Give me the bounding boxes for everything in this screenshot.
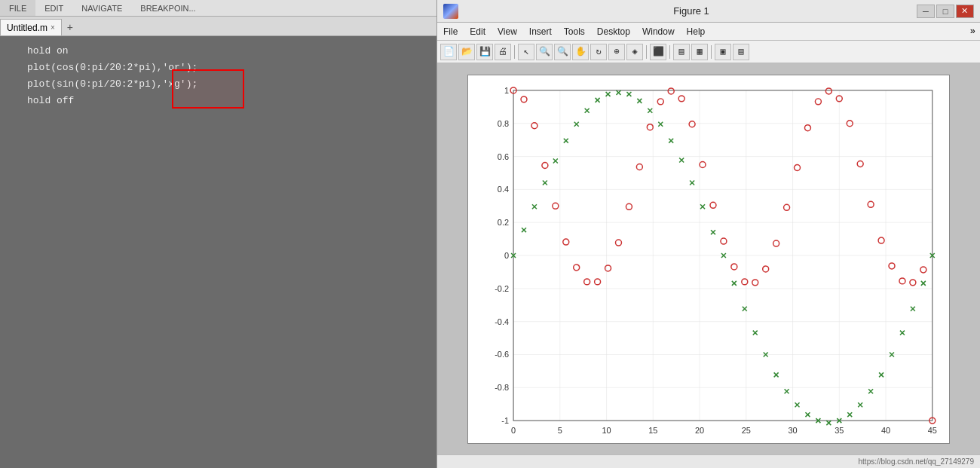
editor-panel: FILE EDIT NAVIGATE BREAKPOIN... Untitled…	[0, 0, 437, 468]
code-line-3: plot(sin(0:pi/20:2*pi),'xg');	[0, 75, 436, 92]
svg-text:10: 10	[602, 426, 611, 435]
separator-3	[669, 45, 670, 59]
matlab-icon	[443, 4, 458, 19]
menu-tools[interactable]: Tools	[558, 23, 591, 40]
plot-container: -1 -0.8 -0.6 -0.4 -0.2 0 0.2 0.4 0.6 0.8…	[437, 63, 980, 454]
tab-close-icon[interactable]: ×	[51, 23, 55, 32]
code-text-1: hold on	[27, 45, 69, 57]
menu-arrow: »	[970, 26, 980, 37]
svg-text:-1: -1	[501, 416, 509, 425]
data-cursor-button[interactable]: ⊕	[608, 44, 625, 60]
svg-text:0: 0	[504, 251, 509, 260]
code-text-4: hold off	[27, 95, 74, 106]
zoom-out-button[interactable]: 🔍	[554, 44, 571, 60]
svg-text:1: 1	[504, 85, 509, 94]
svg-text:40: 40	[881, 426, 890, 435]
toggle-legend-button[interactable]: ▤	[673, 44, 690, 60]
toggle-colorbar-button[interactable]: ▦	[691, 44, 708, 60]
code-line-4: hold off	[0, 92, 436, 109]
svg-text:0.2: 0.2	[498, 218, 509, 227]
svg-text:-0.6: -0.6	[495, 350, 509, 359]
menu-view[interactable]: View	[492, 23, 523, 40]
code-line-1: hold on	[0, 42, 436, 59]
menu-file[interactable]: File	[437, 23, 464, 40]
maximize-button[interactable]: □	[936, 5, 954, 18]
toolbar-navigate[interactable]: NAVIGATE	[72, 0, 131, 16]
rotate-button[interactable]: ↻	[590, 44, 607, 60]
svg-text:15: 15	[648, 426, 657, 435]
figure-status: https://blog.csdn.net/qq_27149279	[437, 454, 980, 468]
subplot-2[interactable]: ▤	[733, 44, 749, 60]
export-button[interactable]: ⬛	[650, 44, 666, 60]
plot-svg: -1 -0.8 -0.6 -0.4 -0.2 0 0.2 0.4 0.6 0.8…	[468, 75, 949, 443]
svg-text:0.8: 0.8	[498, 118, 509, 127]
close-button[interactable]: ✕	[956, 5, 974, 18]
tab-bar: Untitled.m × +	[0, 17, 436, 36]
pointer-button[interactable]: ↖	[518, 44, 534, 60]
code-text-2: plot(cos(0:pi/20:2*pi),'or');	[27, 62, 198, 73]
figure-menu-bar: File Edit View Insert Tools Desktop Wind…	[437, 23, 980, 41]
code-area[interactable]: hold on plot(cos(0:pi/20:2*pi),'or'); pl…	[0, 36, 436, 468]
status-text: https://blog.csdn.net/qq_27149279	[859, 457, 974, 466]
subplot-1[interactable]: ▣	[715, 44, 731, 60]
svg-text:-0.8: -0.8	[495, 383, 509, 392]
separator-2	[646, 45, 647, 59]
toolbar-breakpoints[interactable]: BREAKPOIN...	[131, 0, 204, 16]
new-tab-button[interactable]: +	[62, 19, 78, 35]
save-button[interactable]: 💾	[476, 44, 493, 60]
svg-text:35: 35	[835, 426, 844, 435]
print-button[interactable]: 🖨	[495, 44, 511, 60]
svg-text:45: 45	[928, 426, 937, 435]
figure-panel: Figure 1 ─ □ ✕ File Edit View Insert Too…	[437, 0, 980, 468]
window-controls: ─ □ ✕	[917, 5, 974, 18]
editor-tab[interactable]: Untitled.m ×	[0, 19, 62, 35]
svg-text:20: 20	[695, 426, 704, 435]
svg-text:-0.2: -0.2	[495, 283, 509, 292]
editor-toolbar: FILE EDIT NAVIGATE BREAKPOIN...	[0, 0, 436, 17]
svg-text:30: 30	[788, 426, 797, 435]
new-figure-button[interactable]: 📄	[440, 44, 457, 60]
menu-desktop[interactable]: Desktop	[591, 23, 636, 40]
figure-toolbar: 📄 📂 💾 🖨 ↖ 🔍 🔍 ✋ ↻ ⊕ ◈ ⬛ ▤ ▦ ▣ ▤	[437, 41, 980, 63]
figure-title-bar: Figure 1 ─ □ ✕	[437, 0, 980, 23]
toolbar-edit[interactable]: EDIT	[35, 0, 72, 16]
tab-label: Untitled.m	[7, 23, 47, 33]
svg-text:0.6: 0.6	[498, 151, 509, 161]
pan-button[interactable]: ✋	[572, 44, 589, 60]
brush-button[interactable]: ◈	[626, 44, 643, 60]
plot-area: -1 -0.8 -0.6 -0.4 -0.2 0 0.2 0.4 0.6 0.8…	[467, 75, 950, 444]
svg-text:0: 0	[511, 426, 516, 435]
open-button[interactable]: 📂	[458, 44, 475, 60]
menu-help[interactable]: Help	[681, 23, 712, 40]
separator-1	[514, 45, 515, 59]
svg-text:-0.4: -0.4	[495, 317, 509, 326]
minimize-button[interactable]: ─	[917, 5, 935, 18]
svg-text:25: 25	[742, 426, 751, 435]
toolbar-file[interactable]: FILE	[0, 0, 35, 16]
menu-edit[interactable]: Edit	[464, 23, 492, 40]
menu-insert[interactable]: Insert	[523, 23, 558, 40]
code-text-3: plot(sin(0:pi/20:2*pi),'xg');	[27, 78, 198, 90]
separator-4	[711, 45, 712, 59]
zoom-in-button[interactable]: 🔍	[536, 44, 553, 60]
svg-text:5: 5	[558, 426, 562, 435]
figure-title: Figure 1	[673, 5, 709, 17]
menu-window[interactable]: Window	[636, 23, 681, 40]
svg-text:0.4: 0.4	[498, 185, 509, 194]
svg-rect-0	[468, 75, 948, 443]
code-line-2: plot(cos(0:pi/20:2*pi),'or');	[0, 59, 436, 75]
figure-icon-area	[443, 4, 466, 19]
